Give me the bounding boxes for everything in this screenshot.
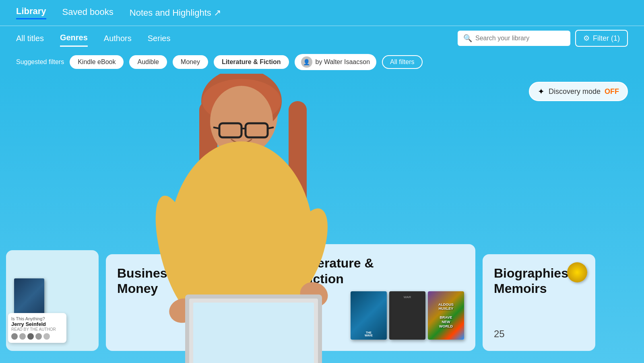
sub-navigation: All titles Genres Authors Series 🔍 ⚙ Fil…: [0, 26, 644, 50]
seinfeld-avatar-row: [11, 333, 63, 340]
lit-book-cover-1: THEWAVE: [351, 291, 387, 340]
filter-button[interactable]: ⚙ Filter (1): [575, 30, 628, 47]
avatar-2: [19, 333, 26, 340]
sub-nav-authors[interactable]: Authors: [104, 31, 132, 46]
avatar-4: [35, 333, 42, 340]
genre-card-biographies-memoirs[interactable]: Biographies &Memoirs 25: [483, 254, 595, 351]
search-icon: 🔍: [463, 34, 472, 43]
lit-count: 28: [301, 328, 312, 340]
avatar-1: [11, 333, 18, 340]
genre-card-partial-left[interactable]: Is This Anything? Jerry Seinfeld READ BY…: [6, 250, 99, 351]
lit-card-bottom: 28 THEWAVE WAR ALDOUSHUXLEYBRAVENEWWORLD: [301, 291, 464, 340]
discovery-mode-label: Discovery mode: [549, 87, 601, 96]
filter-bar: Suggested filters Kindle eBook Audible M…: [0, 50, 644, 74]
lit-book-cover-3-brave-new-world: ALDOUSHUXLEYBRAVENEWWORLD: [428, 291, 464, 340]
search-box[interactable]: 🔍: [458, 31, 570, 46]
bio-count: 25: [494, 328, 584, 340]
lit-books-preview: THEWAVE WAR ALDOUSHUXLEYBRAVENEWWORLD: [351, 291, 464, 340]
seinfeld-book-card[interactable]: Is This Anything? Jerry Seinfeld READ BY…: [8, 313, 66, 343]
filter-icon: ⚙: [583, 34, 590, 43]
filter-chip-literature-fiction[interactable]: Literature & Fiction: [214, 55, 289, 69]
bio-gold-circle-decoration: [567, 262, 587, 282]
book-cover-diplomacy: [14, 278, 44, 319]
genre-card-literature-fiction[interactable]: Literature &Fiction 28 THEWAVE WAR ALDOU…: [290, 244, 475, 351]
lit-book-1-text: THEWAVE: [351, 330, 387, 338]
filter-chip-all-filters[interactable]: All filters: [382, 55, 422, 69]
nav-tab-notes-highlights[interactable]: Notes and Highlights ↗: [130, 8, 221, 18]
genre-cards-container: Is This Anything? Jerry Seinfeld READ BY…: [0, 244, 644, 363]
brave-new-world-text: ALDOUSHUXLEYBRAVENEWWORLD: [437, 301, 455, 330]
sub-nav-all-titles[interactable]: All titles: [16, 31, 44, 46]
genre-card-business-money[interactable]: Business &Money THEARTOFWAR SUN TZU: [106, 254, 283, 351]
main-content: ✦ Discovery mode OFF Is This Anything? J…: [0, 74, 644, 363]
lit-book-2-text: WAR: [389, 291, 425, 303]
filter-chip-audible[interactable]: Audible: [129, 55, 167, 69]
art-of-war-book: THEARTOFWAR: [211, 274, 259, 339]
discovery-mode-button[interactable]: ✦ Discovery mode OFF: [529, 82, 628, 101]
lit-book-cover-2: WAR: [389, 291, 425, 340]
sub-nav-series[interactable]: Series: [148, 31, 171, 46]
seinfeld-pre-title: Is This Anything?: [11, 316, 63, 321]
author-avatar-icon: 👤: [301, 56, 312, 68]
genre-title-literature-fiction: Literature &Fiction: [301, 255, 464, 286]
discovery-icon: ✦: [538, 87, 545, 96]
nav-tab-saved-books[interactable]: Saved books: [62, 7, 114, 19]
top-navigation: Library Saved books Notes and Highlights…: [0, 0, 644, 26]
discovery-mode-status: OFF: [605, 87, 619, 96]
avatar-5: [43, 333, 50, 340]
avatar-3: [27, 333, 34, 340]
suggested-filters-label: Suggested filters: [16, 58, 64, 66]
nav-tab-library[interactable]: Library: [16, 6, 46, 19]
sub-nav-genres[interactable]: Genres: [60, 30, 88, 47]
art-of-war-text: THEARTOFWAR: [225, 289, 245, 325]
book-stack-left: [14, 278, 44, 319]
filter-chip-money[interactable]: Money: [173, 55, 208, 69]
filter-chip-by-walter-isaacson[interactable]: 👤 by Walter Isaacson: [295, 54, 376, 70]
filter-chip-kindle-ebook[interactable]: Kindle eBook: [70, 55, 124, 69]
seinfeld-author-name: Jerry Seinfeld: [11, 321, 63, 327]
search-input[interactable]: [475, 35, 565, 42]
seinfeld-subtitle: READ BY THE AUTHOR: [11, 327, 63, 332]
